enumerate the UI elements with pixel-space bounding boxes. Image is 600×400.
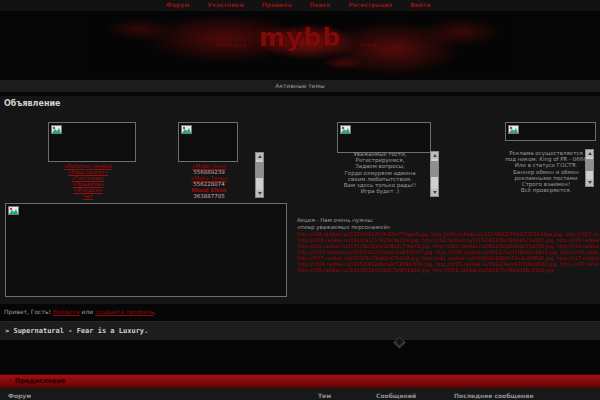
active-topics-bar[interactable]: Активные темы (0, 80, 600, 92)
nav-item-register[interactable]: Регистрация (348, 1, 392, 8)
chevron-right-icon: › (9, 377, 12, 385)
top-nav: Форум Участники Правила Поиск Регистраци… (166, 1, 431, 8)
scrollbar-thumb[interactable] (256, 162, 263, 178)
broken-image-icon (51, 125, 62, 134)
image-placeholder-3 (337, 122, 431, 153)
header-banner: mybb billswap crew (88, 11, 512, 76)
greeting-text: Привет, Гость! (4, 308, 51, 315)
announce-text-line: Всё проверяется. (496, 187, 596, 193)
column-header-topics: Тем (318, 392, 331, 399)
scrollbar-col2[interactable] (255, 152, 264, 198)
announce-text-line: Игра будет :) (332, 188, 428, 194)
broken-image-icon (8, 206, 19, 215)
guest-greeting: Привет, Гость! Войдите или создайте проф… (4, 308, 156, 315)
scrollbar-thumb[interactable] (586, 159, 593, 171)
nav-item-rules[interactable]: Правила (262, 1, 292, 8)
image-placeholder-large (5, 203, 287, 297)
announce-text-line: Гордо охмуряем админа (332, 170, 428, 176)
scroll-down-arrow-icon[interactable] (431, 189, 438, 196)
nav-item-forum[interactable]: Форум (166, 1, 189, 8)
forum-logo: mybb (88, 25, 512, 50)
icq-number: 363887705 (178, 194, 240, 200)
column-header-forum: Форум (8, 392, 31, 399)
category-label: Предисловие (15, 377, 65, 385)
register-link[interactable]: создайте профиль (95, 308, 154, 315)
promo-url-line[interactable]: http://s58.radikal.ru/i161/0912/3d/b2c7e… (297, 267, 599, 273)
announcement-panel: Объявление «Работа» заявки «Наш сюжет» «… (0, 96, 600, 304)
announcement-links-col1: «Работа» заявки «Наш сюжет» «Гостевая» «… (40, 164, 136, 199)
announcement-title: Объявление (4, 99, 60, 108)
image-placeholder-2 (178, 122, 238, 162)
login-link[interactable]: Войдите (53, 308, 80, 315)
broken-image-icon (508, 125, 519, 134)
scroll-down-arrow-icon[interactable] (256, 190, 263, 197)
promo-line1: Акция - Нам очень нужны: (297, 217, 374, 223)
board-title: » Supernatural - Fear is a Luxury. (5, 327, 148, 335)
greeting-period: . (154, 308, 156, 315)
scroll-down-arrow-icon[interactable] (586, 179, 593, 186)
scrollbar-col4[interactable] (585, 149, 594, 187)
scroll-up-arrow-icon[interactable] (586, 150, 593, 157)
scrollbar-thumb[interactable] (431, 161, 438, 177)
image-placeholder-1 (48, 122, 136, 162)
forum-table-header: Форум Тем Сообщений Последнее сообщение (0, 386, 600, 400)
nav-item-search[interactable]: Поиск (309, 1, 330, 8)
announce-link[interactable]: чат (40, 194, 136, 200)
forum-page: Форум Участники Правила Поиск Регистраци… (0, 0, 600, 400)
image-placeholder-4 (505, 122, 596, 141)
announcement-text-col4: Реклама осуществляется под ником: King o… (496, 150, 596, 193)
promo-line2: «пиар уважаемых персонажей» (297, 224, 390, 230)
greeting-conjunction: или (82, 308, 94, 315)
scroll-up-arrow-icon[interactable] (431, 152, 438, 159)
category-title[interactable]: ›Предисловие (9, 377, 65, 385)
broken-image-icon (181, 125, 192, 134)
banner-left-text: billswap (216, 42, 247, 48)
announcement-contacts-col2: «Мэри Энн» 556889239 «Мисс Тень» 5562280… (178, 164, 240, 199)
nav-item-members[interactable]: Участники (207, 1, 243, 8)
scroll-up-arrow-icon[interactable] (256, 153, 263, 160)
banner-right-text: crew (360, 42, 377, 48)
board-title-strip: » Supernatural - Fear is a Luxury. (0, 321, 600, 340)
column-header-last-post: Последнее сообщение (454, 392, 534, 399)
nav-item-login[interactable]: Войти (410, 1, 431, 8)
column-header-posts: Сообщений (376, 392, 416, 399)
announcement-text-col3: Уважаемые гости, Регистрируемся, Задаем … (332, 151, 428, 194)
scrollbar-col3[interactable] (430, 151, 439, 197)
broken-image-icon (340, 125, 351, 134)
